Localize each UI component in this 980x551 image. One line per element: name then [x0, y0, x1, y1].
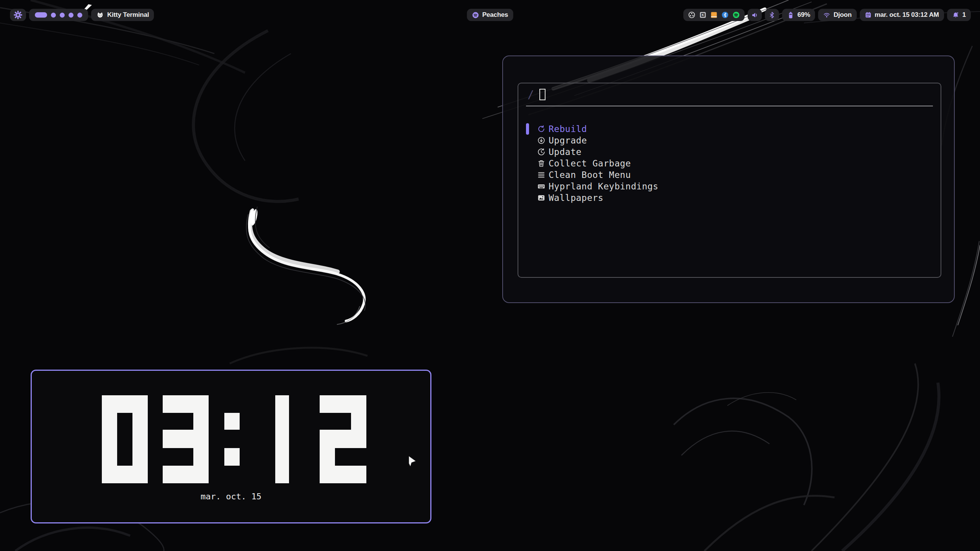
mouse-cursor [0, 0, 980, 551]
